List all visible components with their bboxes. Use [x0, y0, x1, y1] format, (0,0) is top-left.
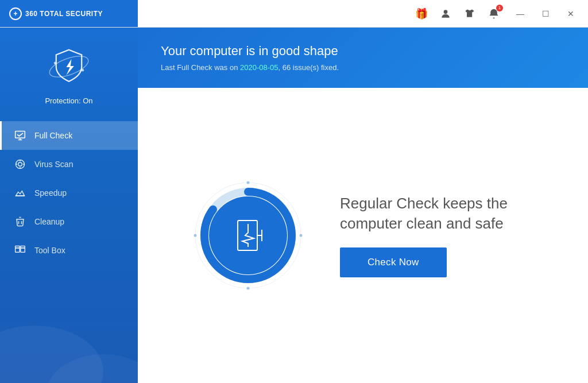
full-check-icon	[14, 129, 26, 142]
header-title: Your computer is in good shape	[161, 44, 565, 59]
svg-point-27	[209, 196, 287, 274]
title-bar-actions: 🎁 1 — ☐ ✕	[415, 5, 581, 22]
sidebar-item-cleanup[interactable]: Cleanup	[0, 207, 138, 236]
main-layout: Protection: On Full Check	[0, 28, 588, 383]
minimize-button[interactable]: —	[510, 5, 531, 22]
cleanup-icon	[14, 215, 26, 228]
sidebar-item-speedup[interactable]: Speedup	[0, 179, 138, 207]
content-header: Your computer is in good shape Last Full…	[138, 28, 588, 88]
svg-point-8	[18, 163, 22, 167]
svg-point-0	[444, 10, 448, 14]
content-main: Regular Check keeps the computer clean a…	[138, 88, 588, 383]
virus-scan-icon	[14, 158, 26, 171]
svg-point-26	[247, 287, 250, 290]
subtitle-suffix: , 66 issue(s) fixed.	[278, 63, 339, 72]
full-check-label: Full Check	[34, 131, 72, 140]
donut-chart	[191, 178, 305, 293]
notification-icon[interactable]: 1	[487, 7, 501, 21]
cleanup-label: Cleanup	[34, 217, 64, 226]
virus-scan-label: Virus Scan	[34, 160, 73, 169]
sidebar: Protection: On Full Check	[0, 28, 138, 383]
gift-icon[interactable]: 🎁	[415, 7, 428, 21]
speedup-label: Speedup	[34, 188, 67, 198]
shield-icon	[46, 44, 92, 90]
check-now-button[interactable]: Check Now	[340, 247, 447, 277]
app-logo: + 360 TOTAL SECURITY	[9, 7, 103, 20]
svg-rect-19	[21, 246, 25, 248]
sidebar-item-toolbox[interactable]: Tool Box	[0, 236, 138, 265]
sidebar-item-virus-scan[interactable]: Virus Scan	[0, 150, 138, 179]
subtitle-prefix: Last Full Check was on	[161, 63, 240, 72]
notification-badge: 1	[496, 5, 503, 11]
protection-label: Protection: On	[45, 96, 92, 105]
toolbox-label: Tool Box	[34, 246, 65, 255]
close-button[interactable]: ✕	[560, 5, 581, 22]
header-subtitle: Last Full Check was on 2020-08-05, 66 is…	[161, 63, 565, 72]
logo-text: 360 TOTAL SECURITY	[25, 10, 103, 18]
svg-rect-4	[16, 131, 25, 138]
sidebar-header: Protection: On	[0, 28, 138, 119]
svg-rect-17	[21, 248, 25, 253]
svg-rect-18	[16, 246, 20, 248]
content-right: Regular Check keeps the computer clean a…	[340, 194, 535, 277]
speedup-icon	[14, 187, 26, 199]
active-indicator	[0, 121, 2, 150]
last-check-date: 2020-08-05	[240, 63, 278, 72]
svg-rect-16	[16, 248, 20, 253]
action-icons: 🎁 1	[415, 7, 501, 21]
maximize-button[interactable]: ☐	[535, 5, 556, 22]
toolbox-icon	[14, 244, 26, 257]
shirt-icon[interactable]	[463, 7, 477, 21]
donut-svg	[191, 178, 305, 293]
title-bar-left: + 360 TOTAL SECURITY	[0, 0, 138, 27]
tagline: Regular Check keeps the computer clean a…	[340, 194, 535, 234]
svg-point-25	[300, 234, 303, 237]
svg-point-24	[247, 181, 250, 184]
window-controls: — ☐ ✕	[510, 5, 581, 22]
sidebar-item-full-check[interactable]: Full Check	[0, 121, 138, 150]
svg-point-23	[194, 234, 197, 237]
logo-icon: +	[9, 7, 22, 20]
content-area: Your computer is in good shape Last Full…	[138, 28, 588, 383]
sidebar-nav: Full Check Virus Scan	[0, 119, 138, 383]
title-bar: + 360 TOTAL SECURITY 🎁 1	[0, 0, 588, 28]
account-icon[interactable]	[439, 7, 452, 21]
